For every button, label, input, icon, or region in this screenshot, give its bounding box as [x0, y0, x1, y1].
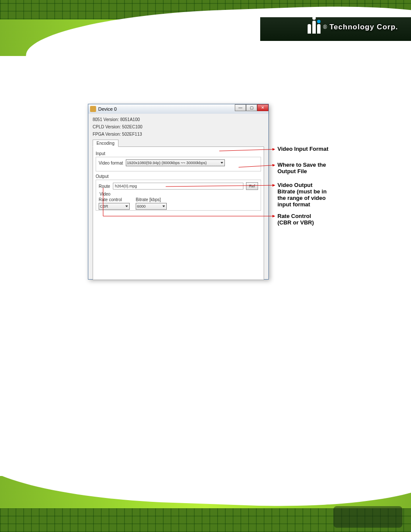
video-legend: Video	[100, 192, 258, 196]
dialog-titlebar[interactable]: Device 0 — ▢ ✕	[88, 104, 268, 114]
ref-button[interactable]: Ref	[246, 182, 258, 190]
page-footer-banner	[0, 476, 411, 532]
encoding-dialog-figure: Device 0 — ▢ ✕ 8051 Version: 8051A100 CP…	[88, 104, 357, 280]
tab-encoding[interactable]: Encoding	[93, 140, 118, 147]
version-cpld: CPLD Version: 502EC100	[93, 124, 264, 129]
output-legend: Output	[96, 174, 261, 179]
rate-control-value: CBR	[100, 204, 108, 208]
video-format-value: 1920x1080(59.94p) (8000kbps ~~ 30000kbps…	[127, 161, 207, 165]
callout-rate-control: Rate Control (CBR or VBR)	[277, 213, 314, 226]
logo-icon	[308, 21, 321, 34]
company-name: Technology Corp.	[330, 23, 398, 31]
input-legend: Input	[96, 151, 261, 156]
page-header-banner: ® Technology Corp.	[0, 0, 411, 56]
input-group: Video format 1920x1080(59.94p) (8000kbps…	[96, 157, 261, 171]
rate-control-select[interactable]: CBR	[99, 203, 130, 210]
close-button[interactable]: ✕	[257, 104, 268, 111]
callout-video-input-format: Video Input Format	[277, 146, 328, 152]
route-value: h264(0).mpg	[115, 184, 137, 188]
company-logo: ® Technology Corp.	[308, 21, 398, 34]
footer-right-box	[333, 506, 402, 528]
video-format-label: Video format	[99, 161, 123, 165]
callout-save-output-file: Where to Save the Output File	[277, 162, 326, 175]
route-input[interactable]: h264(0).mpg	[113, 183, 243, 190]
maximize-button[interactable]: ▢	[246, 104, 257, 111]
tab-strip: Encoding	[93, 139, 264, 146]
route-label: Route	[99, 184, 110, 189]
rate-control-label: Rate control	[99, 197, 130, 202]
device-dialog: Device 0 — ▢ ✕ 8051 Version: 8051A100 CP…	[88, 104, 269, 280]
bitrate-value: 6000	[137, 204, 146, 208]
version-8051: 8051 Version: 8051A100	[93, 117, 264, 122]
bitrate-select[interactable]: 6000	[136, 203, 167, 210]
app-icon	[90, 106, 96, 112]
bitrate-label: Bitrate [kbps]	[136, 197, 167, 202]
callout-video-output-bitrate: Video Output Bitrate (must be in the ran…	[277, 182, 327, 208]
minimize-button[interactable]: —	[235, 104, 246, 111]
registered-mark: ®	[323, 24, 327, 30]
video-format-select[interactable]: 1920x1080(59.94p) (8000kbps ~~ 30000kbps…	[126, 159, 225, 166]
tab-content: Input Video format 1920x1080(59.94p) (80…	[93, 146, 264, 280]
version-fpga: FPGA Version: 502EF113	[93, 132, 264, 137]
dialog-title: Device 0	[98, 106, 117, 112]
output-group: Route h264(0).mpg Ref Video Rate control…	[96, 180, 261, 211]
